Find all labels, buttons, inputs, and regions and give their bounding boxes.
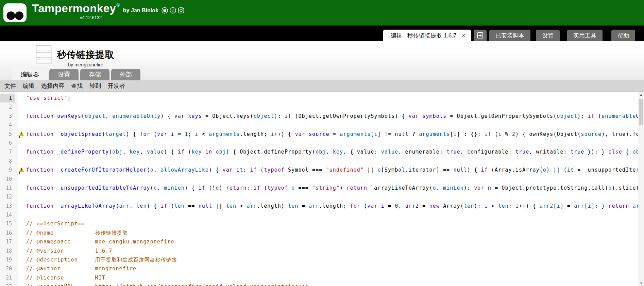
scroll-down-icon[interactable]: ▼ (638, 280, 644, 286)
line-number: 15 (0, 219, 15, 228)
warning-marker: + (18, 171, 20, 174)
code-line[interactable]: 14 (0, 210, 638, 219)
scrollbar-thumb[interactable] (639, 99, 643, 125)
code-editor[interactable]: 1"use strict";23function ownKeys(object,… (0, 91, 644, 286)
new-script-tab[interactable] (474, 30, 487, 41)
code-line[interactable]: 22// @supportURL https://github.com/meng… (0, 282, 638, 286)
tab-close-icon[interactable]: × (462, 32, 465, 39)
line-number: 20 (0, 264, 15, 273)
tab-editor[interactable]: 编辑器 (12, 69, 48, 80)
tab-设置[interactable]: 设置 (49, 69, 79, 80)
code-text: function ownKeys(object, enumerableOnly)… (26, 112, 638, 121)
code-line[interactable]: 12 (0, 192, 638, 201)
code-text: // @name 秒传链接提取 (26, 228, 638, 237)
code-line[interactable]: 21// @license MIT (0, 273, 638, 282)
menu-查找[interactable]: 查找 (68, 82, 86, 90)
tampermonkey-logo (3, 3, 27, 22)
code-line[interactable]: 2 (0, 102, 638, 111)
code-line[interactable]: 20// @author mengzonefire (0, 264, 638, 273)
script-thumbnail-icon (36, 44, 51, 63)
line-number: 14 (0, 210, 15, 219)
line-number: 1 (0, 94, 15, 102)
tab-外部[interactable]: 外部 (111, 69, 140, 80)
code-line[interactable]: 8 (0, 157, 638, 165)
code-line[interactable]: 19// @description 用于提取和生成百度网盘秒传链接 (0, 255, 638, 264)
script-title: 秒传链接提取 (57, 49, 114, 61)
code-line[interactable]: 7function _defineProperty(obj, key, valu… (0, 147, 638, 156)
line-number: 10 (0, 175, 15, 184)
tab-已安装脚本[interactable]: 已安装脚本 (489, 30, 530, 41)
code-text: // @namespace moe.cangku.mengzonefire (26, 237, 638, 246)
line-number: 19 (0, 255, 15, 264)
tab-存储[interactable]: 存储 (80, 69, 109, 80)
facebook-icon[interactable]: f (170, 7, 176, 14)
line-number: 16 (0, 228, 15, 237)
line-number: 18 (0, 247, 15, 255)
tab-label: 编辑 - 秒传链接提取 1.6.7 (391, 32, 457, 39)
svg-text:f: f (172, 8, 174, 13)
code-line[interactable]: 5+function _objectSpread(target) { for (… (0, 130, 638, 139)
line-number: 5 (0, 130, 15, 139)
code-line[interactable]: 18// @version 1.6.7 (0, 247, 638, 255)
line-number: 17 (0, 237, 15, 246)
script-author: by mengzonefire (57, 62, 114, 67)
code-area[interactable]: 1"use strict";23function ownKeys(object,… (0, 94, 638, 286)
tab-实用工具[interactable]: 实用工具 (567, 30, 603, 41)
code-text: function _createForOfIteratorHelper(o, a… (26, 165, 638, 174)
header-byline: by Jan Biniok (123, 7, 158, 14)
code-line[interactable]: 13function _arrayLikeToArray(arr, len) {… (0, 202, 638, 210)
code-line[interactable]: 9+function _createForOfIteratorHelper(o,… (0, 165, 638, 174)
code-text: // @author mengzonefire (26, 264, 638, 273)
content: 秒传链接提取 by mengzonefire 编辑器 设置存储外部 文件编辑选择… (0, 41, 644, 286)
menu-选择内容[interactable]: 选择内容 (38, 82, 68, 90)
menu-转到[interactable]: 转到 (86, 82, 104, 90)
code-line[interactable]: 16// @name 秒传链接提取 (0, 228, 638, 237)
line-number: 2 (0, 102, 15, 111)
warning-marker: + (18, 135, 20, 139)
line-number: 3 (0, 112, 15, 121)
code-line[interactable]: 17// @namespace moe.cangku.mengzonefire (0, 237, 638, 246)
browser-tab-bar: 编辑 - 秒传链接提取 1.6.7 × 已安装脚本设置实用工具帮助 (0, 26, 644, 41)
code-text: "use strict"; (26, 94, 638, 102)
trademark-symbol: ® (116, 2, 120, 8)
github-icon[interactable] (162, 7, 168, 14)
line-number: 21 (0, 273, 15, 282)
instagram-icon[interactable] (178, 7, 184, 14)
code-text: function _arrayLikeToArray(arr, len) { i… (26, 202, 638, 210)
menu-编辑[interactable]: 编辑 (19, 82, 38, 90)
line-number: 13 (0, 202, 15, 210)
code-text: // ==UserScript== (26, 219, 638, 228)
line-number: 12 (0, 192, 15, 201)
code-line[interactable]: 11function _unsupportedIterableToArray(o… (0, 184, 638, 192)
scroll-up-icon[interactable]: ▲ (638, 92, 644, 97)
code-line[interactable]: 3function ownKeys(object, enumerableOnly… (0, 112, 638, 121)
menu-开发者[interactable]: 开发者 (104, 82, 129, 90)
code-line[interactable]: 6 (0, 139, 638, 147)
editor-menubar: 文件编辑选择内容查找转到开发者 (0, 80, 644, 91)
plus-icon (477, 32, 484, 39)
tab-帮助[interactable]: 帮助 (611, 30, 635, 41)
code-line[interactable]: 4 (0, 121, 638, 129)
code-text: function _defineProperty(obj, key, value… (26, 147, 638, 156)
code-line[interactable]: 15// ==UserScript== (0, 219, 638, 228)
editor-scrollbar[interactable]: ▲ ▼ (638, 92, 644, 286)
tab-设置[interactable]: 设置 (536, 30, 560, 41)
line-number: 9 (0, 165, 15, 174)
code-line[interactable]: 10 (0, 175, 638, 184)
app-header: Tampermonkey® by Jan Biniok f (0, 0, 644, 26)
code-text: // @supportURL https://github.com/mengzo… (26, 282, 638, 286)
tab-edit-script[interactable]: 编辑 - 秒传链接提取 1.6.7 × (383, 30, 471, 41)
code-text: function _objectSpread(target) { for (va… (26, 130, 638, 139)
app-version: v4.12.6132 (80, 15, 184, 20)
editor-tab-bar: 编辑器 设置存储外部 (12, 69, 140, 80)
code-text: // @license MIT (26, 273, 638, 282)
code-line[interactable]: 1"use strict"; (0, 94, 638, 102)
line-number: 22 (0, 282, 15, 286)
brand-name: Tampermonkey (32, 2, 116, 15)
code-text: function _unsupportedIterableToArray(o, … (26, 184, 638, 192)
menu-文件[interactable]: 文件 (1, 82, 19, 90)
line-number: 4 (0, 121, 15, 129)
line-number: 7 (0, 147, 15, 156)
line-number: 11 (0, 184, 15, 192)
page: Tampermonkey® by Jan Biniok f (0, 0, 644, 286)
